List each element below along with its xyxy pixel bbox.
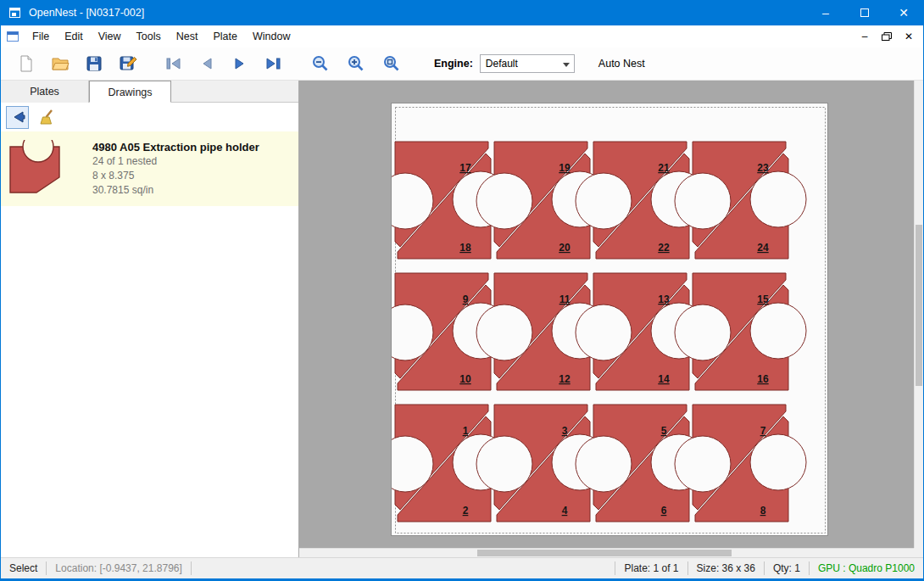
part-number: 22 xyxy=(658,242,670,254)
part-notch xyxy=(476,304,532,360)
scrollbar-corner xyxy=(914,548,923,557)
drawing-area: 30.7815 sq/in xyxy=(92,183,259,198)
part-number: 9 xyxy=(463,293,469,305)
plate-sheet[interactable]: 171819202122232491011121314151612345678 xyxy=(391,103,828,536)
part-number: 4 xyxy=(562,505,568,517)
window-title: OpenNest - [N0317-002] xyxy=(29,7,144,19)
part-notch xyxy=(576,173,632,229)
part-thumbnail xyxy=(8,140,64,198)
place-part-button[interactable] xyxy=(6,106,29,129)
engine-label: Engine: xyxy=(434,58,473,70)
part-notch xyxy=(476,173,532,229)
next-plate-icon xyxy=(230,54,250,73)
part-number: 23 xyxy=(757,162,769,174)
part-number: 19 xyxy=(559,162,571,174)
menu-item-tools[interactable]: Tools xyxy=(129,26,169,47)
status-size: Size: 36 x 36 xyxy=(688,562,764,574)
part-number: 15 xyxy=(757,293,769,305)
horizontal-scroll-thumb[interactable] xyxy=(477,550,732,556)
save-as-button[interactable] xyxy=(114,50,142,77)
minimize-button[interactable]: – xyxy=(806,0,845,25)
part-number: 12 xyxy=(559,373,571,385)
part-number: 6 xyxy=(661,505,667,517)
document-icon xyxy=(6,30,19,43)
part-number: 20 xyxy=(559,242,571,254)
drawings-toolbar xyxy=(1,103,298,131)
part-number: 8 xyxy=(760,505,766,517)
nav-next-button[interactable] xyxy=(226,50,253,77)
nav-prev-button[interactable] xyxy=(193,50,220,77)
menu-item-window[interactable]: Window xyxy=(245,26,298,47)
nav-last-button[interactable] xyxy=(259,50,287,77)
main-toolbar: Engine: Default Auto Nest xyxy=(1,47,923,81)
open-button[interactable] xyxy=(47,50,74,77)
app-window: OpenNest - [N0317-002] – ✕ FileEditViewT… xyxy=(0,0,924,581)
clear-button[interactable] xyxy=(36,106,58,129)
canvas-horizontal-scrollbar[interactable] xyxy=(299,548,914,557)
part-number: 21 xyxy=(658,162,670,174)
app-icon xyxy=(8,6,22,20)
part-number: 18 xyxy=(459,242,471,254)
menu-item-view[interactable]: View xyxy=(91,26,129,47)
status-qty: Qty: 1 xyxy=(765,562,809,574)
part-notch xyxy=(750,303,806,359)
zoom-out-icon xyxy=(311,54,330,73)
part-number: 17 xyxy=(459,162,471,174)
save-icon xyxy=(85,54,103,73)
tab-drawings[interactable]: Drawings xyxy=(89,81,171,103)
part-number: 13 xyxy=(658,293,670,305)
part-notch xyxy=(476,436,532,492)
menu-item-file[interactable]: File xyxy=(25,26,57,47)
part-number: 14 xyxy=(658,373,670,385)
part-number: 3 xyxy=(562,425,568,437)
mdi-restore-button[interactable] xyxy=(877,28,896,45)
menu-item-nest[interactable]: Nest xyxy=(169,26,206,47)
nest-canvas[interactable]: 171819202122232491011121314151612345678 xyxy=(299,81,923,557)
last-plate-icon xyxy=(263,54,283,73)
zoom-out-button[interactable] xyxy=(307,50,334,77)
part-number: 24 xyxy=(757,242,769,254)
zoom-fit-icon xyxy=(382,54,401,73)
status-separator xyxy=(191,561,192,575)
menu-item-edit[interactable]: Edit xyxy=(57,26,91,47)
close-button[interactable]: ✕ xyxy=(884,0,923,25)
auto-nest-button[interactable]: Auto Nest xyxy=(593,54,650,73)
open-folder-icon xyxy=(51,54,70,73)
tab-strip: Plates Drawings xyxy=(1,81,298,103)
first-plate-icon xyxy=(164,54,184,73)
status-location: Location: [-0.9437, 21.8796] xyxy=(47,562,190,574)
status-bar: Select Location: [-0.9437, 21.8796] Plat… xyxy=(1,557,923,578)
drawing-nested-count: 24 of 1 nested xyxy=(92,154,259,169)
title-bar: OpenNest - [N0317-002] – ✕ xyxy=(1,0,923,25)
menu-item-plate[interactable]: Plate xyxy=(205,26,245,47)
new-file-icon xyxy=(17,54,36,73)
menu-bar: FileEditViewToolsNestPlateWindow – ✕ xyxy=(1,25,923,47)
nav-first-button[interactable] xyxy=(160,50,187,77)
engine-combo-value: Default xyxy=(481,58,518,70)
status-mode: Select xyxy=(1,562,46,574)
zoom-in-button[interactable] xyxy=(342,50,370,77)
part-notch xyxy=(750,434,806,490)
chevron-down-icon xyxy=(563,63,570,67)
save-button[interactable] xyxy=(81,50,108,77)
mdi-minimize-button[interactable]: – xyxy=(855,28,874,45)
maximize-button[interactable] xyxy=(845,0,884,25)
part-notch xyxy=(576,436,632,492)
vertical-scroll-thumb[interactable] xyxy=(916,225,922,386)
canvas-vertical-scrollbar[interactable] xyxy=(914,81,923,548)
plate-svg[interactable]: 171819202122232491011121314151612345678 xyxy=(392,103,829,537)
menu-items: FileEditViewToolsNestPlateWindow xyxy=(25,26,298,47)
mdi-close-button[interactable]: ✕ xyxy=(899,28,918,45)
new-button[interactable] xyxy=(13,50,40,77)
prev-plate-icon xyxy=(197,54,217,73)
drawing-list-item[interactable]: 4980 A05 Extraction pipe holder 24 of 1 … xyxy=(1,131,298,206)
tab-plates[interactable]: Plates xyxy=(1,81,89,103)
status-plate: Plate: 1 of 1 xyxy=(615,562,687,574)
part-number: 5 xyxy=(661,425,667,437)
zoom-fit-button[interactable] xyxy=(378,50,405,77)
restore-icon xyxy=(881,31,893,42)
part-number: 1 xyxy=(463,425,469,437)
part-number: 7 xyxy=(760,425,766,437)
maximize-icon xyxy=(860,8,869,17)
engine-combo[interactable]: Default xyxy=(480,54,575,73)
